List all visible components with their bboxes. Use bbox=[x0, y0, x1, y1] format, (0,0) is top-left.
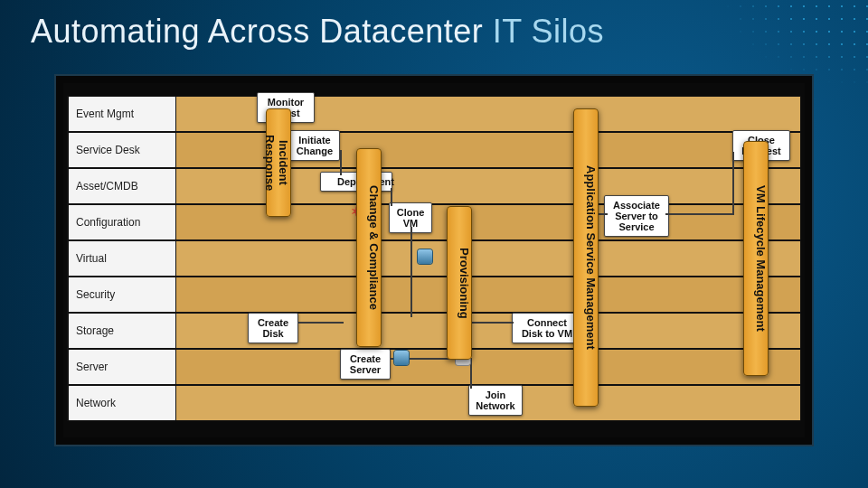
connector bbox=[298, 322, 344, 324]
label-server: Server bbox=[68, 350, 176, 384]
pillar-asm: Application Service Management bbox=[573, 108, 599, 407]
box-join-network: Join Network bbox=[468, 385, 523, 416]
connector bbox=[472, 322, 514, 324]
box-initiate-change: Initiate Change bbox=[289, 130, 340, 161]
row-server: Server bbox=[67, 349, 801, 385]
diagram-stage: Event Mgmt Service Desk Asset/CMDB Confi… bbox=[67, 87, 801, 434]
pillar-incident: Incident Response bbox=[266, 108, 291, 217]
diagram-frame: Event Mgmt Service Desk Asset/CMDB Confi… bbox=[54, 74, 814, 446]
label-service-desk: Service Desk bbox=[68, 133, 176, 167]
box-connect-disk: Connect Disk to VM bbox=[512, 313, 582, 343]
label-storage: Storage bbox=[68, 314, 176, 348]
label-network: Network bbox=[68, 386, 176, 420]
row-configuration: Configuration bbox=[67, 204, 801, 240]
connector bbox=[665, 213, 734, 215]
title-main: Automating Across Datacenter bbox=[31, 13, 493, 50]
connector bbox=[391, 188, 392, 206]
vm-icon bbox=[418, 249, 432, 264]
server-icon bbox=[394, 351, 409, 365]
row-network: Network bbox=[67, 385, 801, 421]
label-configuration: Configuration bbox=[68, 205, 176, 239]
pillar-provisioning: Provisioning bbox=[447, 206, 472, 360]
box-create-disk: Create Disk bbox=[248, 313, 298, 343]
connector bbox=[410, 227, 412, 317]
connector bbox=[470, 358, 472, 389]
row-service-desk: Service Desk bbox=[67, 132, 801, 168]
connector bbox=[732, 152, 734, 215]
row-virtual: Virtual bbox=[67, 240, 801, 277]
pillar-vmlife: VM Lifecycle Management bbox=[743, 141, 769, 376]
row-event-mgmt: Event Mgmt bbox=[67, 96, 801, 132]
connector bbox=[340, 150, 342, 175]
row-security: Security bbox=[67, 277, 801, 313]
pillar-change: Change & Compliance bbox=[356, 148, 382, 347]
row-storage: Storage bbox=[67, 313, 801, 349]
label-security: Security bbox=[68, 277, 176, 312]
row-asset-cmdb: Asset/CMDB bbox=[67, 168, 801, 204]
box-create-server: Create Server bbox=[340, 349, 391, 380]
page-title: Automating Across Datacenter IT Silos bbox=[31, 13, 604, 51]
label-asset-cmdb: Asset/CMDB bbox=[68, 169, 176, 203]
box-associate: Associate Server to Service bbox=[604, 195, 669, 237]
title-accent: IT Silos bbox=[493, 13, 604, 50]
label-virtual: Virtual bbox=[68, 241, 176, 276]
label-event-mgmt: Event Mgmt bbox=[68, 97, 176, 131]
